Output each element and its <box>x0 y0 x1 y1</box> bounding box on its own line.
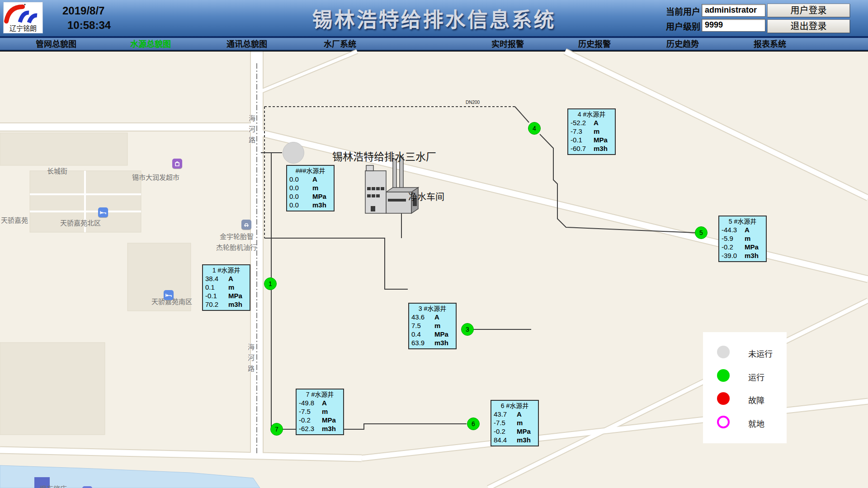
scada-screen: 辽宁铭朗 2019/8/7 10:58:34 锡林浩特给排水信息系统 当前用户 … <box>0 0 868 488</box>
map-label: 长城街 <box>47 166 67 175</box>
well-data-box-5: 5 #水源井 -44.3A -5.9m -0.2MPa -39.0m3h <box>718 216 767 262</box>
map-label: 杰轮胎机油行 <box>216 242 257 252</box>
well-marker-7[interactable]: 7 <box>270 423 283 436</box>
well-data-box-4: 4 #水源井 -52.2A -7.3m -0.1MPa -60.7m3h <box>567 108 616 155</box>
map-canvas: 长城街 锡市大润发超市 天骄嘉苑 天骄嘉苑北区 金宇轮胎智 杰轮胎机油行 天骄嘉… <box>0 52 868 488</box>
map-label: 金宇轮胎智 <box>220 231 254 241</box>
pipe-size-label: DN200 <box>466 100 480 105</box>
well-marker-5[interactable]: 5 <box>695 226 708 239</box>
workshop-label: 净水车间 <box>408 190 444 203</box>
legend-local-icon <box>717 416 730 428</box>
hotel-poi-icon <box>98 207 108 217</box>
well-data-box-unknown: ###水源井 0.0A 0.0m 0.0MPa 0.0m3h <box>286 165 335 211</box>
pipe-network-lines <box>261 107 695 429</box>
map-label: 天骄嘉苑 <box>1 215 28 225</box>
map-label: 天骄嘉苑北区 <box>60 218 101 227</box>
legend-idle-icon <box>717 346 730 358</box>
road-label-vertical: 海河路 <box>246 343 255 376</box>
well-data-box-7: 7 #水源井 -49.8A -7.5m -0.2MPa -62.3m3h <box>296 389 344 435</box>
repair-poi-icon <box>241 220 251 230</box>
well-data-box-3: 3 #水源井 43.6A 7.5m 0.4MPa 63.9m3h <box>408 303 457 349</box>
well-marker-idle[interactable] <box>283 142 304 164</box>
map-label: 锡市大润发超市 <box>132 172 179 182</box>
well-marker-3[interactable]: 3 <box>461 323 474 336</box>
road-label-vertical: 海河路 <box>247 115 256 147</box>
legend-running-icon <box>717 369 730 382</box>
well-marker-1[interactable]: 1 <box>264 277 277 290</box>
map-label: 垠东旅店 <box>40 483 67 488</box>
well-marker-6[interactable]: 6 <box>467 418 480 430</box>
hotel-poi-icon <box>82 486 92 488</box>
legend-fault-icon <box>717 392 730 405</box>
shop-poi-icon <box>172 159 182 169</box>
hotel-poi-icon <box>164 290 174 300</box>
water-area <box>0 465 260 488</box>
plant-name: 锡林浩特给排水三水厂 <box>332 148 436 164</box>
well-data-box-1: 1 #水源井 38.4A 0.1m -0.1MPa 70.2m3h <box>202 264 250 311</box>
well-data-box-6: 6 #水源井 43.7A -7.5m -0.2MPa 84.4m3h <box>491 400 539 446</box>
well-marker-4[interactable]: 4 <box>528 122 541 135</box>
status-legend: 未运行 运行 故障 就地 <box>703 332 787 443</box>
